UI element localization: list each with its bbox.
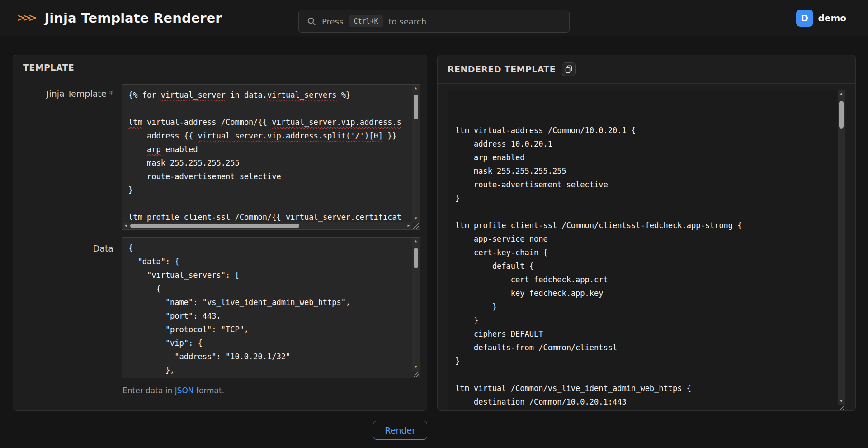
rendered-template-card: RENDERED TEMPLATE ltm virtual-address /C… [437, 55, 856, 411]
template-card-title: TEMPLATE [23, 62, 74, 72]
data-helper-text: Enter data in JSON format. [123, 386, 420, 395]
output-vscroll-thumb[interactable] [839, 101, 844, 129]
scroll-down-icon[interactable]: ▼ [412, 215, 420, 222]
data-json-code: { "data": { "virtual_servers": [ { "name… [128, 241, 412, 378]
rendered-card-header: RENDERED TEMPLATE [438, 55, 855, 84]
main-content: TEMPLATE Jinja Template * {% for virtual… [0, 36, 868, 411]
scrollbar-corner [838, 405, 845, 411]
jinja-vscroll-thumb[interactable] [414, 95, 418, 119]
app-header: >>> Jinja Template Renderer Press Ctrl+K… [0, 0, 868, 36]
scroll-up-icon[interactable]: ▲ [412, 85, 420, 92]
scroll-down-icon[interactable]: ▼ [838, 398, 845, 405]
rendered-card-title: RENDERED TEMPLATE [448, 64, 556, 74]
template-card-header: TEMPLATE [13, 55, 427, 80]
data-label: Data [13, 237, 122, 378]
jinja-template-code: {% for virtual_server in data.virtual_se… [128, 88, 412, 222]
render-button[interactable]: Render [373, 421, 427, 440]
scrollbar-corner [412, 222, 420, 229]
search-placeholder-press: Press [322, 17, 343, 26]
jinja-template-label: Jinja Template * [13, 84, 122, 230]
scroll-left-icon[interactable]: ◀ [122, 222, 129, 229]
page-title: Jinja Template Renderer [45, 10, 222, 26]
rendered-output-wrap: ltm virtual-address /Common/10.0.20.1 { … [438, 84, 855, 411]
avatar: D [796, 10, 813, 27]
data-row: Data { "data": { "virtual_servers": [ { … [13, 237, 420, 378]
search-input[interactable]: Press Ctrl+K to search [298, 10, 570, 33]
data-vscroll-thumb[interactable] [414, 248, 418, 268]
rendered-output-code: ltm virtual-address /Common/10.0.20.1 { … [455, 96, 837, 411]
resize-grip-icon[interactable] [413, 223, 419, 229]
search-icon [307, 17, 316, 26]
jinja-vertical-scrollbar[interactable]: ▲ ▼ [412, 85, 420, 222]
jinja-template-input[interactable]: {% for virtual_server in data.virtual_se… [122, 84, 420, 230]
output-vertical-scrollbar[interactable]: ▲ ▼ [838, 90, 845, 405]
copy-button[interactable] [562, 62, 576, 76]
scroll-up-icon[interactable]: ▲ [838, 90, 845, 97]
template-form: Jinja Template * {% for virtual_server i… [13, 80, 427, 395]
scroll-up-icon[interactable]: ▲ [412, 238, 420, 245]
user-menu[interactable]: D demo [796, 0, 846, 36]
resize-grip-icon[interactable] [413, 372, 419, 377]
data-vertical-scrollbar[interactable]: ▲ ▼ [412, 238, 420, 371]
required-asterisk: * [109, 89, 114, 99]
scroll-down-icon[interactable]: ▼ [412, 363, 420, 371]
user-name: demo [818, 13, 846, 24]
jinja-hscroll-thumb[interactable] [130, 224, 299, 228]
chevrons-icon: >>> [17, 11, 35, 24]
scroll-right-icon[interactable]: ▶ [405, 222, 412, 229]
search-placeholder-suffix: to search [389, 17, 427, 26]
rendered-output[interactable]: ltm virtual-address /Common/10.0.20.1 { … [448, 90, 845, 411]
ctrl-k-shortcut-badge: Ctrl+K [349, 15, 382, 27]
scrollbar-corner [412, 371, 420, 378]
copy-icon [565, 65, 572, 73]
jinja-horizontal-scrollbar[interactable]: ◀ ▶ [122, 222, 412, 229]
json-format-link[interactable]: JSON [175, 386, 194, 395]
template-card: TEMPLATE Jinja Template * {% for virtual… [13, 55, 427, 411]
resize-grip-icon[interactable] [839, 406, 844, 411]
data-json-input[interactable]: { "data": { "virtual_servers": [ { "name… [122, 237, 420, 378]
actions-bar: Render [13, 421, 427, 440]
jinja-template-row: Jinja Template * {% for virtual_server i… [13, 84, 420, 230]
